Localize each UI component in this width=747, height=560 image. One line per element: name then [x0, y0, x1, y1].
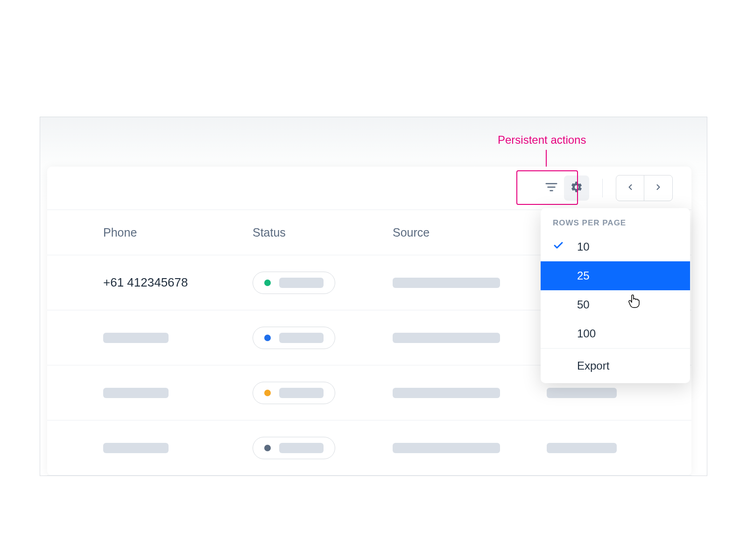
status-skeleton-text [279, 443, 324, 453]
example-frame: Persistent actions [40, 117, 707, 476]
status-pill [253, 382, 335, 404]
menu-item-label: 25 [577, 269, 590, 282]
status-pill [253, 437, 335, 459]
skeleton-text [103, 333, 169, 343]
status-dot [264, 280, 271, 286]
rows-per-page-option-100[interactable]: 100 [541, 319, 690, 348]
annotation-label: Persistent actions [498, 133, 586, 147]
menu-item-label: Export [577, 359, 609, 372]
menu-item-label: 50 [577, 298, 590, 311]
chevron-left-icon [626, 182, 635, 194]
column-header-source[interactable]: Source [393, 226, 547, 239]
export-action[interactable]: Export [541, 349, 690, 383]
status-skeleton-text [279, 278, 324, 288]
cell-status [253, 272, 393, 294]
filter-button[interactable] [539, 175, 564, 201]
cell-source [393, 443, 547, 453]
skeleton-text [393, 278, 500, 288]
column-header-phone[interactable]: Phone [103, 226, 253, 239]
check-icon [553, 240, 564, 254]
pagination-controls [616, 175, 673, 201]
check-slot [553, 240, 577, 254]
chevron-right-icon [654, 182, 663, 194]
status-pill [253, 272, 335, 294]
skeleton-text [547, 443, 617, 453]
persistent-actions-group [539, 175, 589, 201]
cell-phone [103, 443, 253, 453]
status-dot [264, 390, 271, 396]
cell-phone: +61 412345678 [103, 275, 253, 290]
skeleton-text [103, 443, 169, 453]
rows-per-page-option-25[interactable]: 25 [541, 261, 690, 290]
table-toolbar [47, 167, 691, 210]
menu-item-label: 10 [577, 240, 590, 253]
prev-page-button[interactable] [616, 175, 644, 201]
cell-status [253, 437, 393, 459]
gear-icon [570, 181, 583, 196]
settings-menu: Rows per page 10 25 50 100 Export [541, 208, 690, 383]
cell-source [393, 278, 547, 288]
cell-extra [547, 388, 635, 398]
toolbar-divider [602, 179, 603, 197]
menu-section-label: Rows per page [541, 208, 690, 232]
cell-status [253, 327, 393, 349]
settings-button[interactable] [564, 175, 589, 201]
status-dot [264, 335, 271, 341]
skeleton-text [393, 388, 500, 398]
cell-extra [547, 443, 635, 453]
status-skeleton-text [279, 388, 324, 398]
table-row[interactable] [47, 420, 691, 476]
cell-phone [103, 388, 253, 398]
filter-icon [544, 180, 558, 196]
cell-status [253, 382, 393, 404]
menu-item-label: 100 [577, 327, 596, 340]
cell-source [393, 333, 547, 343]
skeleton-text [393, 333, 500, 343]
status-dot [264, 445, 271, 451]
status-skeleton-text [279, 333, 324, 343]
cell-source [393, 388, 547, 398]
skeleton-text [547, 388, 617, 398]
status-pill [253, 327, 335, 349]
column-header-status[interactable]: Status [253, 226, 393, 239]
next-page-button[interactable] [644, 175, 672, 201]
rows-per-page-option-50[interactable]: 50 [541, 290, 690, 319]
skeleton-text [393, 443, 500, 453]
rows-per-page-option-10[interactable]: 10 [541, 232, 690, 261]
cell-phone [103, 333, 253, 343]
skeleton-text [103, 388, 169, 398]
